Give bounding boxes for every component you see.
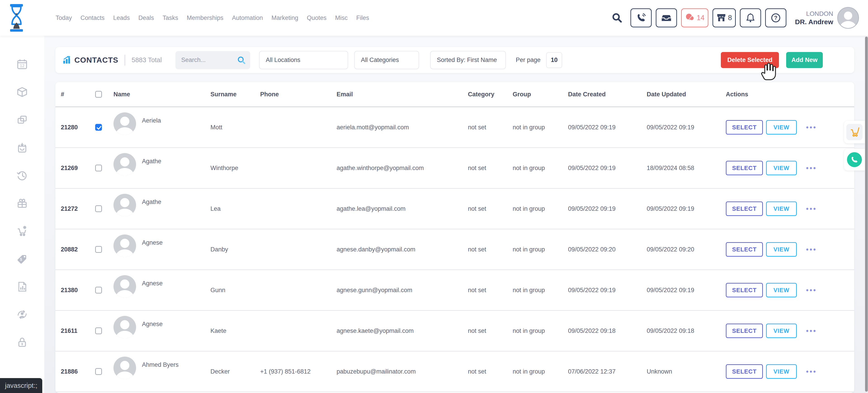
select-button[interactable]: SELECT [726, 324, 763, 338]
avatar[interactable] [837, 7, 859, 29]
more-actions-button[interactable] [806, 208, 815, 210]
view-button[interactable]: VIEW [766, 364, 797, 379]
cart-gear-icon[interactable] [16, 225, 28, 237]
nav-quotes[interactable]: Quotes [307, 14, 327, 22]
select-button[interactable]: SELECT [726, 202, 763, 216]
store-button[interactable]: 8 [712, 8, 736, 27]
more-actions-button[interactable] [806, 248, 815, 250]
contact-category: not set [468, 205, 513, 212]
notifications-button[interactable] [740, 8, 761, 27]
row-checkbox[interactable] [95, 164, 102, 172]
filter-sort[interactable]: Sorted By: First Name [430, 51, 506, 69]
row-checkbox[interactable] [95, 124, 102, 131]
more-actions-button[interactable] [806, 167, 815, 169]
nav-today[interactable]: Today [56, 14, 72, 22]
search-input[interactable] [181, 57, 233, 64]
gift-icon[interactable] [16, 198, 28, 209]
row-checkbox[interactable] [95, 246, 102, 253]
package-icon[interactable] [16, 86, 28, 98]
add-new-button[interactable]: Add New [786, 52, 823, 68]
filter-locations[interactable]: All Locations [259, 51, 348, 69]
more-actions-button[interactable] [806, 126, 815, 128]
price-tag-icon[interactable]: $ [16, 253, 28, 265]
per-page-select[interactable]: 10 [546, 52, 562, 68]
view-button[interactable]: VIEW [766, 283, 797, 297]
view-button[interactable]: VIEW [766, 120, 797, 134]
search-submit-icon[interactable] [237, 56, 246, 64]
app-logo-hourglass-icon[interactable] [9, 4, 24, 32]
page-title-block: CONTACTS [63, 56, 118, 64]
copy-icon[interactable] [16, 114, 28, 126]
filter-categories[interactable]: All Categories [354, 51, 419, 69]
nav-contacts[interactable]: Contacts [81, 14, 105, 22]
contact-phone: +1 (937) 851-6812 [260, 368, 337, 375]
avatar-person-icon [114, 275, 136, 298]
view-button[interactable]: VIEW [766, 202, 797, 216]
contact-id: 20882 [61, 246, 95, 253]
top-bar: Today Contacts Leads Deals Tasks Members… [0, 0, 868, 36]
view-button[interactable]: VIEW [766, 161, 797, 175]
main-content: CONTACTS 5883 Total All Locations All Ca… [44, 36, 868, 393]
contact-avatar [114, 112, 136, 135]
row-checkbox[interactable] [95, 205, 102, 212]
chat-button[interactable]: 14 [681, 8, 708, 27]
more-actions-button[interactable] [806, 289, 815, 291]
inbox-button[interactable] [656, 8, 677, 27]
select-button[interactable]: SELECT [726, 283, 763, 297]
search-icon[interactable] [612, 13, 622, 23]
user-sync-icon[interactable] [16, 309, 28, 321]
divider [125, 55, 125, 66]
contacts-toolbar: CONTACTS 5883 Total All Locations All Ca… [55, 47, 854, 73]
more-actions-button[interactable] [806, 371, 815, 373]
col-date-updated: Date Updated [647, 91, 726, 98]
help-button[interactable]: ? [765, 8, 786, 27]
select-button[interactable]: SELECT [726, 161, 763, 175]
select-button[interactable]: SELECT [726, 364, 763, 379]
scrollbar-track[interactable] [865, 36, 868, 393]
nav-automation[interactable]: Automation [232, 14, 263, 22]
floating-cart-widget [844, 121, 865, 143]
contact-surname: Kaete [211, 327, 260, 334]
nav-tasks[interactable]: Tasks [162, 14, 178, 22]
delete-selected-button[interactable]: Delete Selected [721, 52, 779, 68]
nav-files[interactable]: Files [356, 14, 369, 22]
nav-deals[interactable]: Deals [138, 14, 154, 22]
view-button[interactable]: VIEW [766, 242, 797, 256]
lock-icon[interactable] [16, 336, 28, 348]
row-actions: SELECT VIEW [726, 161, 849, 175]
view-button[interactable]: VIEW [766, 324, 797, 338]
table-row: 21886 Ahmed Byers Decker +1 (937) 851-68… [55, 352, 854, 392]
contact-name: Aeriela [142, 117, 161, 124]
bag-icon[interactable] [16, 142, 28, 154]
contact-name: Agnese [142, 280, 163, 287]
select-button[interactable]: SELECT [726, 120, 763, 134]
select-button[interactable]: SELECT [726, 242, 763, 256]
report-icon[interactable] [16, 281, 28, 293]
nav-misc[interactable]: Misc [335, 14, 348, 22]
scrollbar-thumb[interactable] [865, 37, 868, 392]
nav-marketing[interactable]: Marketing [272, 14, 298, 22]
call-button[interactable] [847, 152, 862, 167]
calls-button[interactable] [630, 8, 652, 27]
more-actions-button[interactable] [806, 330, 815, 332]
history-icon[interactable] [16, 170, 28, 181]
row-checkbox[interactable] [95, 287, 102, 294]
cart-button[interactable] [846, 124, 863, 140]
contact-avatar [114, 235, 136, 257]
floating-call-widget [844, 149, 865, 171]
user-block[interactable]: LONDON DR. Andrew [795, 10, 833, 26]
contact-avatar [114, 153, 136, 176]
select-all-checkbox[interactable] [95, 91, 102, 98]
main-nav: Today Contacts Leads Deals Tasks Members… [56, 14, 369, 22]
nav-leads[interactable]: Leads [113, 14, 130, 22]
row-checkbox[interactable] [95, 327, 102, 334]
col-group: Group [513, 91, 568, 98]
contact-group: not in group [513, 205, 568, 212]
contact-updated: 09/05/2022 09:19 [647, 205, 726, 212]
row-actions: SELECT VIEW [726, 242, 849, 256]
table-header-row: # Name Surname Phone Email Category Grou… [55, 82, 854, 107]
nav-memberships[interactable]: Memberships [187, 14, 223, 22]
calendar-12-icon[interactable]: 12 [16, 58, 28, 70]
avatar-person-icon [114, 153, 136, 176]
row-checkbox[interactable] [95, 368, 102, 375]
